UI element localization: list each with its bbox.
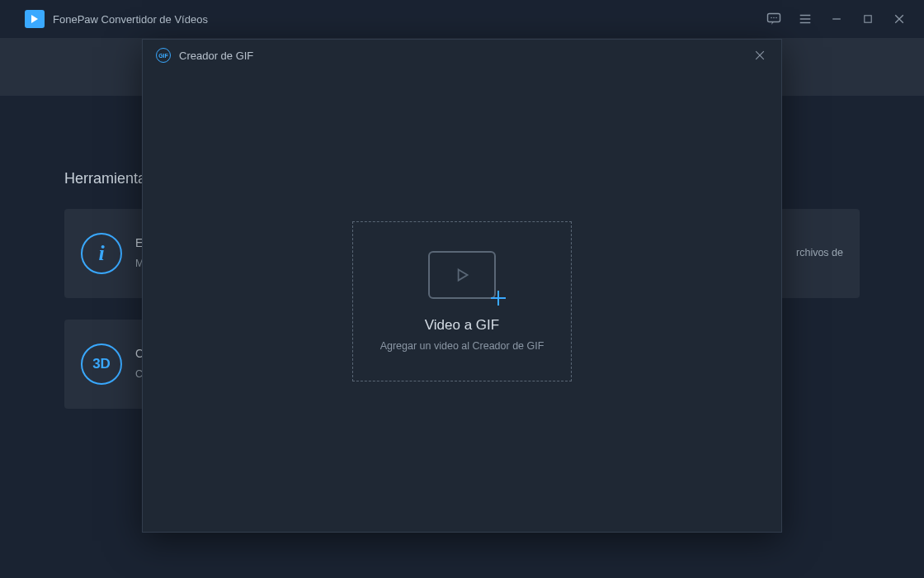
modal-header: GIF Creador de GIF [143, 40, 781, 71]
video-frame-icon [428, 251, 496, 299]
video-to-gif-dropzone[interactable]: Video a GIF Agregar un video al Creador … [352, 221, 572, 381]
gif-badge-icon: GIF [156, 48, 171, 63]
tool-card-desc: rchivos de [796, 247, 843, 258]
svg-point-2 [773, 17, 775, 19]
info-icon: i [81, 233, 122, 274]
title-bar: FonePaw Convertidor de Vídeos [0, 0, 924, 38]
gif-creator-modal: GIF Creador de GIF [142, 39, 782, 533]
svg-point-1 [771, 17, 772, 19]
close-modal-icon[interactable] [752, 47, 768, 64]
app-title: FonePaw Convertidor de Vídeos [53, 13, 208, 26]
close-window-icon[interactable] [891, 11, 908, 27]
dropzone-icon [428, 251, 496, 299]
dropzone-title: Video a GIF [425, 317, 499, 334]
svg-rect-8 [865, 16, 871, 22]
feedback-icon[interactable] [766, 11, 782, 27]
maximize-icon[interactable] [860, 11, 876, 27]
modal-title: Creador de GIF [179, 50, 253, 62]
app-logo-icon [25, 10, 45, 28]
minimize-icon[interactable] [828, 11, 845, 27]
plus-icon [489, 289, 507, 307]
3d-icon: 3D [81, 343, 122, 385]
dropzone-subtitle: Agregar un video al Creador de GIF [380, 340, 544, 352]
svg-point-3 [776, 17, 777, 19]
menu-icon[interactable] [797, 11, 813, 27]
